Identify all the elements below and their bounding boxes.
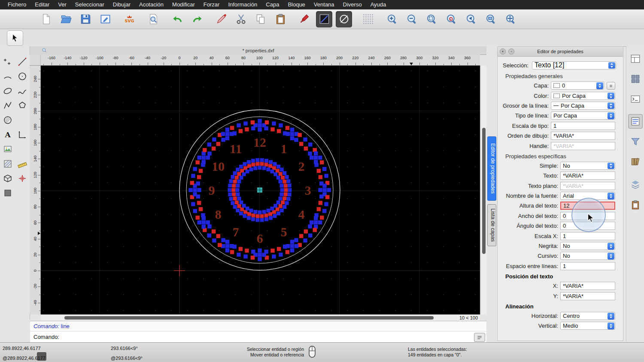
tab-property-editor[interactable]: Editor de propiedades (487, 136, 496, 201)
dimension-tool-button[interactable] (15, 128, 29, 141)
svg-export-button[interactable]: SVG (121, 11, 137, 27)
menu-dibujar[interactable]: Dibujar (109, 0, 135, 9)
arc-tool-button[interactable] (1, 69, 14, 83)
stepper-icon[interactable] (608, 112, 614, 119)
copy-button[interactable] (252, 11, 269, 27)
menu-editar[interactable]: Editar (30, 0, 54, 9)
polygon-tool-button[interactable] (15, 99, 29, 112)
menu-ayuda[interactable]: Ayuda (366, 0, 391, 9)
field-altura-del-texto[interactable]: 12 (560, 202, 615, 210)
library-browser-button[interactable] (628, 154, 643, 169)
canvas-vertical-scrollbar[interactable] (480, 66, 486, 314)
field-cursivo[interactable]: No (560, 252, 615, 260)
stepper-icon[interactable] (608, 323, 614, 329)
select-tool-button[interactable] (7, 30, 23, 46)
zoom-previous-button[interactable] (463, 11, 479, 27)
field-grosor-de-la-linea[interactable]: Por Capa (551, 102, 615, 110)
stepper-icon[interactable] (608, 253, 614, 259)
menu-diverso[interactable]: Diverso (339, 0, 366, 9)
grid-toggle-button[interactable] (360, 11, 376, 27)
field-orden-de-dibujo[interactable]: *VARIA* (551, 132, 615, 140)
delete-entities-button[interactable] (213, 11, 229, 27)
solid-tool-button[interactable] (1, 186, 14, 199)
field-handle[interactable]: *VARIA* (551, 142, 615, 150)
field-capa[interactable]: 0 (551, 81, 604, 90)
ellipse-tool-button[interactable] (1, 84, 14, 97)
menu-acotacion[interactable]: Acotación (135, 0, 168, 9)
polyline-tool-button[interactable] (1, 99, 14, 112)
circle-tool-button[interactable] (15, 69, 29, 83)
save-file-button[interactable] (77, 11, 94, 27)
stepper-icon[interactable] (608, 243, 614, 250)
field-texto[interactable]: *VARIA* (560, 172, 615, 180)
shape-tool-button[interactable] (1, 172, 14, 185)
layout-view-button[interactable] (628, 51, 643, 66)
measure-tool-button[interactable] (15, 157, 29, 170)
stepper-icon[interactable] (608, 163, 614, 169)
point-tools-button[interactable] (1, 55, 14, 68)
text-tool-button[interactable]: A (1, 128, 14, 141)
zoom-out-button[interactable] (404, 11, 420, 27)
open-file-button[interactable] (58, 11, 74, 27)
field-escala-de-tipo[interactable]: 1 (551, 122, 615, 130)
new-file-button[interactable] (38, 11, 54, 27)
vertical-scroll-thumb[interactable] (482, 128, 486, 254)
stepper-icon[interactable] (608, 103, 614, 109)
menu-fichero[interactable]: Fichero (3, 0, 30, 9)
field-vertical[interactable]: Medio (560, 322, 615, 330)
menu-seleccionar[interactable]: Seleccionar (71, 0, 109, 9)
dock-float-button[interactable] (508, 48, 514, 54)
menu-capa[interactable]: Capa (261, 0, 283, 9)
fill-tool-button[interactable] (1, 157, 14, 170)
tab-layer-list[interactable]: Lista de capas (487, 204, 496, 246)
stepper-icon[interactable] (608, 62, 615, 69)
menu-ventana[interactable]: Ventana (310, 0, 339, 9)
dock-close-button[interactable] (500, 48, 506, 54)
pen-attributes-button[interactable] (296, 11, 313, 27)
selection-combo[interactable]: Texto [12] (532, 61, 616, 69)
canvas-horizontal-scrollbar[interactable]: 10 < 100 (41, 314, 480, 321)
field-tipo-de-linea[interactable]: Por Capa (551, 112, 615, 120)
property-editor-button[interactable] (628, 114, 643, 129)
stepper-icon[interactable] (608, 93, 614, 100)
field-y[interactable]: *VARIA* (560, 292, 615, 300)
layer-menu-button[interactable] (607, 82, 615, 90)
field-color[interactable]: Por Capa (551, 92, 615, 100)
field-ancho-del-texto[interactable]: 0 (560, 212, 615, 220)
menu-forzar[interactable]: Forzar (199, 0, 224, 9)
drawing-canvas[interactable]: 123456789101112 (41, 66, 480, 314)
clipboard-panel-button[interactable] (628, 198, 643, 212)
command-options-button[interactable] (474, 333, 485, 342)
stepper-icon[interactable] (608, 193, 614, 199)
paste-button[interactable] (272, 11, 289, 27)
field-angulo-del-texto[interactable]: 0 (560, 222, 615, 230)
field-simple[interactable]: No (560, 162, 615, 170)
print-preview-button[interactable] (145, 11, 161, 27)
spline-tool-button[interactable] (15, 84, 29, 97)
command-widget-button[interactable] (628, 92, 643, 106)
drawing-preferences-button[interactable] (97, 11, 113, 27)
zoom-redraw-button[interactable] (443, 11, 459, 27)
cut-button[interactable] (233, 11, 249, 27)
field-escala-x[interactable]: 1 (560, 232, 615, 240)
shape-attributes-button[interactable] (336, 11, 352, 27)
line-attributes-button[interactable] (316, 11, 332, 27)
stepper-icon[interactable] (608, 313, 614, 320)
menu-informacion[interactable]: Información (224, 0, 261, 9)
hatch-tool-button[interactable] (1, 113, 14, 127)
menu-ver[interactable]: Ver (54, 0, 71, 9)
field-x[interactable]: *VARIA* (560, 282, 615, 290)
menu-modificar[interactable]: Modificar (168, 0, 199, 9)
zoom-window-button[interactable] (483, 11, 499, 27)
zoom-pan-button[interactable] (502, 11, 519, 27)
command-input[interactable] (59, 333, 483, 341)
snap-tool-button[interactable] (15, 172, 29, 185)
block-list-button[interactable] (628, 72, 643, 86)
field-texto-plano[interactable]: *VARIA* (560, 182, 615, 190)
menu-bloque[interactable]: Bloque (283, 0, 309, 9)
horizontal-scroll-thumb[interactable] (64, 316, 434, 320)
zoom-auto-button[interactable] (423, 11, 440, 27)
stepper-icon[interactable] (596, 82, 603, 89)
zoom-in-button[interactable] (384, 11, 400, 27)
redo-button[interactable] (189, 11, 205, 27)
